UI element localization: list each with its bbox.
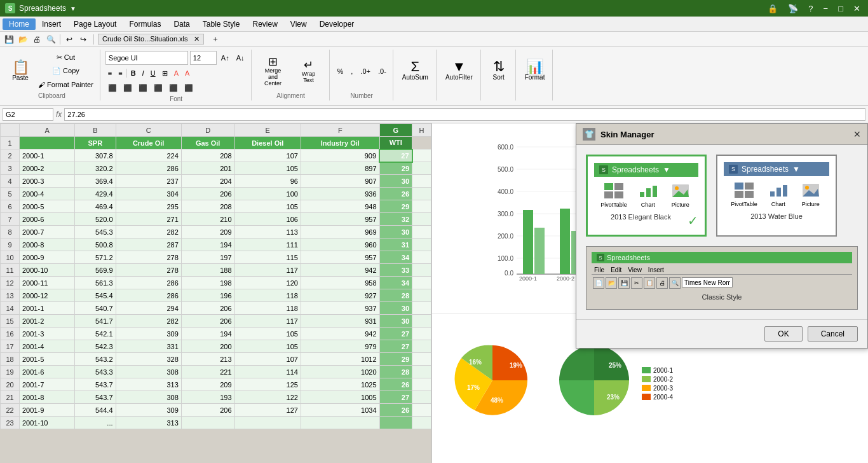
minimize-btn[interactable]: − — [821, 4, 831, 13]
cell-f7[interactable]: 957 — [301, 213, 379, 226]
cell-c12[interactable]: 286 — [116, 277, 181, 289]
cell-b23[interactable]: ... — [75, 417, 116, 429]
cell-a10[interactable]: 2000-9 — [20, 251, 75, 264]
preview-btn[interactable]: 🔍 — [44, 33, 57, 46]
cell-e21[interactable]: 122 — [234, 391, 301, 404]
skin-2-dropdown[interactable]: ▼ — [792, 165, 800, 174]
spreadsheet-scroll[interactable]: A B C D E F G H 1 SPR — [0, 123, 431, 463]
cell-d11[interactable]: 188 — [181, 264, 234, 277]
cell-a13[interactable]: 2000-12 — [20, 289, 75, 302]
cell-g2[interactable]: 27 — [379, 149, 412, 162]
cell-e1[interactable]: Diesel Oil — [234, 137, 301, 149]
cell-a23[interactable]: 2001-10 — [20, 417, 75, 429]
cell-a11[interactable]: 2000-10 — [20, 264, 75, 277]
cell-e8[interactable]: 113 — [234, 226, 301, 238]
cell-d7[interactable]: 210 — [181, 213, 234, 226]
font-size-input[interactable] — [190, 51, 217, 65]
cell-b14[interactable]: 540.7 — [75, 302, 116, 315]
align-center2[interactable]: ⬛ — [166, 81, 180, 94]
cell-b21[interactable]: 543.7 — [75, 391, 116, 404]
cell-f21[interactable]: 1005 — [301, 391, 379, 404]
sort-button[interactable]: ⇅ Sort — [486, 51, 512, 89]
cell-f4[interactable]: 907 — [301, 175, 379, 188]
cell-d21[interactable]: 193 — [181, 391, 234, 404]
cell-d16[interactable]: 194 — [181, 328, 234, 340]
cell-h21[interactable] — [412, 391, 431, 404]
autofilter-button[interactable]: ▼ AutoFilter — [442, 51, 477, 89]
cell-h2[interactable] — [412, 149, 431, 162]
menu-insert[interactable]: Insert — [36, 18, 67, 30]
cell-h5[interactable] — [412, 188, 431, 200]
cell-b22[interactable]: 544.4 — [75, 404, 116, 417]
print-btn[interactable]: 🖨 — [31, 33, 43, 46]
cell-e5[interactable]: 100 — [234, 188, 301, 200]
cell-b8[interactable]: 545.3 — [75, 226, 116, 238]
cell-c13[interactable]: 286 — [116, 289, 181, 302]
cell-a4[interactable]: 2000-3 — [20, 175, 75, 188]
cell-a8[interactable]: 2000-7 — [20, 226, 75, 238]
cell-d10[interactable]: 197 — [181, 251, 234, 264]
cell-d18[interactable]: 213 — [181, 353, 234, 366]
col-b[interactable]: B — [75, 124, 116, 137]
cell-b1[interactable]: SPR — [75, 137, 116, 149]
cell-f5[interactable]: 936 — [301, 188, 379, 200]
skin-1-picture[interactable]: Picture — [669, 182, 692, 208]
cell-e17[interactable]: 105 — [234, 340, 301, 353]
cell-f13[interactable]: 927 — [301, 289, 379, 302]
add-sheet-btn[interactable]: ＋ — [209, 33, 222, 46]
cell-c5[interactable]: 304 — [116, 188, 181, 200]
cell-ref-input[interactable] — [3, 108, 53, 121]
cell-f3[interactable]: 897 — [301, 162, 379, 175]
cell-d17[interactable]: 200 — [181, 340, 234, 353]
undo-btn[interactable]: ↩ — [63, 33, 76, 46]
cell-f8[interactable]: 969 — [301, 226, 379, 238]
align-left[interactable]: ⬛ — [105, 81, 119, 94]
cell-d6[interactable]: 208 — [181, 200, 234, 213]
cell-d22[interactable]: 206 — [181, 404, 234, 417]
cell-d15[interactable]: 206 — [181, 315, 234, 328]
cell-a6[interactable]: 2000-5 — [20, 200, 75, 213]
classic-tool-6[interactable]: 🖨 — [656, 277, 668, 289]
cell-c1[interactable]: Crude Oil — [116, 137, 181, 149]
cell-a9[interactable]: 2000-8 — [20, 238, 75, 251]
cell-h8[interactable] — [412, 226, 431, 238]
cell-d4[interactable]: 204 — [181, 175, 234, 188]
col-f[interactable]: F — [301, 124, 379, 137]
cell-e13[interactable]: 118 — [234, 289, 301, 302]
classic-menu-view[interactable]: View — [628, 266, 642, 273]
cell-g11[interactable]: 33 — [379, 264, 412, 277]
increase-decimal[interactable]: .0+ — [358, 65, 373, 78]
cell-f10[interactable]: 957 — [301, 251, 379, 264]
cell-a2[interactable]: 2000-1 — [20, 149, 75, 162]
cell-h15[interactable] — [412, 315, 431, 328]
menu-developer[interactable]: Developer — [313, 18, 361, 30]
cell-b9[interactable]: 500.8 — [75, 238, 116, 251]
cell-h20[interactable] — [412, 378, 431, 391]
cell-h6[interactable] — [412, 200, 431, 213]
cell-c4[interactable]: 237 — [116, 175, 181, 188]
cell-b10[interactable]: 571.2 — [75, 251, 116, 264]
cell-f19[interactable]: 1020 — [301, 366, 379, 378]
cell-g10[interactable]: 34 — [379, 251, 412, 264]
cell-h18[interactable] — [412, 353, 431, 366]
cell-a21[interactable]: 2001-8 — [20, 391, 75, 404]
align-center[interactable]: ⬛ — [121, 81, 135, 94]
cell-f22[interactable]: 1034 — [301, 404, 379, 417]
align-left2[interactable]: ⬛ — [151, 81, 165, 94]
cell-d3[interactable]: 201 — [181, 162, 234, 175]
classic-tool-2[interactable]: 📂 — [606, 277, 617, 289]
cell-f9[interactable]: 960 — [301, 238, 379, 251]
percent-btn[interactable]: % — [335, 65, 346, 78]
cell-h19[interactable] — [412, 366, 431, 378]
classic-tool-3[interactable]: 💾 — [618, 277, 630, 289]
redo-btn[interactable]: ↪ — [77, 33, 90, 46]
cell-a17[interactable]: 2001-4 — [20, 340, 75, 353]
cell-e3[interactable]: 105 — [234, 162, 301, 175]
cell-h3[interactable] — [412, 162, 431, 175]
cell-a16[interactable]: 2001-3 — [20, 328, 75, 340]
cell-d1[interactable]: Gas Oil — [181, 137, 234, 149]
cell-a12[interactable]: 2000-11 — [20, 277, 75, 289]
align-right2[interactable]: ⬛ — [182, 81, 196, 94]
cell-g17[interactable]: 27 — [379, 340, 412, 353]
cell-b6[interactable]: 469.4 — [75, 200, 116, 213]
